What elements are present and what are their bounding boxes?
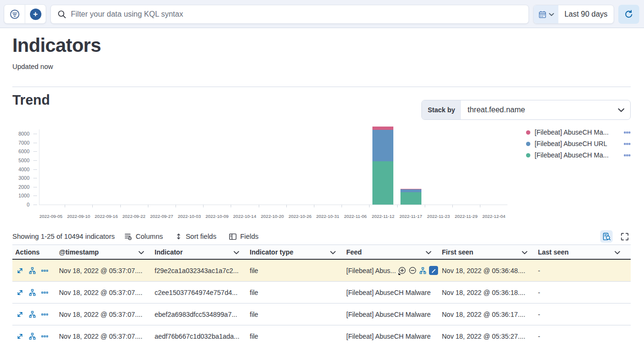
column-header-feed[interactable]: Feed <box>346 245 442 259</box>
page-title: Indicators <box>12 35 101 56</box>
y-axis-tick-label: 6000 <box>2 148 29 154</box>
date-range-button[interactable]: Last 90 days <box>558 5 614 23</box>
indicator-cell: aedf76b667c1d032ba1ada... <box>155 333 250 340</box>
x-axis-tick-label: 2022-09-10 <box>64 214 93 219</box>
search-icon <box>58 10 66 19</box>
more-actions-button[interactable] <box>41 333 49 340</box>
more-actions-button[interactable] <box>41 311 49 318</box>
y-axis-tick <box>33 178 37 178</box>
feed-cell: [Filebeat] Abus... <box>346 266 442 275</box>
expand-button[interactable] <box>16 311 24 318</box>
bar-segment[interactable] <box>372 127 393 130</box>
more-actions-button[interactable] <box>41 289 49 296</box>
saved-query-menu-button[interactable] <box>4 5 25 23</box>
column-header-label: Feed <box>346 248 362 256</box>
inspect-button[interactable] <box>600 230 613 243</box>
first-seen-cell: Nov 18, 2022 @ 05:36:48.... <box>442 267 538 274</box>
expand-button[interactable] <box>16 333 24 340</box>
expand-icon <box>16 333 24 340</box>
expand-button[interactable] <box>16 289 24 296</box>
y-axis-tick-label: 1000 <box>2 193 29 198</box>
calendar-icon <box>538 10 546 19</box>
legend-color-dot <box>526 153 530 157</box>
y-axis-tick <box>33 160 37 161</box>
refresh-button[interactable] <box>618 5 639 24</box>
column-header-label: Last seen <box>538 248 569 256</box>
bar-segment[interactable] <box>400 189 421 192</box>
x-axis-tick-label: 2022-10-31 <box>313 214 342 219</box>
chevron-down-icon <box>426 251 431 255</box>
x-axis-tick <box>148 205 148 207</box>
fullscreen-icon <box>621 233 629 241</box>
toolbar-button-fields[interactable]: Fields <box>229 233 259 241</box>
add-filter-button[interactable]: + <box>25 5 46 23</box>
feed-value: [Filebeat] AbuseCH Malware <box>346 311 430 318</box>
chevron-down-icon <box>330 251 336 255</box>
bar-segment[interactable] <box>372 161 393 205</box>
chevron-down-icon <box>618 100 630 119</box>
feed-value: [Filebeat] AbuseCH Malware <box>346 289 430 296</box>
column-header-label: @timestamp <box>59 248 99 256</box>
x-axis-tick-label: 2022-09-05 <box>36 214 66 219</box>
legend-item[interactable]: [Filebeat] AbuseCH URL <box>526 138 631 149</box>
indicator-cell: ebef2a6983dfcc534899a7... <box>155 311 250 318</box>
feed-cell: [Filebeat] AbuseCH Malware <box>346 311 442 318</box>
x-axis-tick <box>342 205 342 207</box>
more-actions-icon <box>41 289 49 296</box>
toolbar-right <box>600 230 631 243</box>
investigate-timeline-button[interactable] <box>29 289 36 296</box>
more-cell-actions-button[interactable] <box>429 266 438 275</box>
investigate-timeline-button[interactable] <box>29 267 36 274</box>
columns-icon <box>124 233 132 241</box>
x-axis-tick <box>452 205 453 207</box>
refresh-icon <box>624 10 633 19</box>
chevron-down-icon <box>234 251 239 255</box>
sort-fields-icon <box>175 233 182 240</box>
y-axis-tick-label: 3000 <box>2 175 29 181</box>
last-seen-cell: - <box>538 289 631 296</box>
stack-by-select[interactable]: threat.feed.name <box>461 100 618 119</box>
column-header-actions: Actions <box>12 245 59 259</box>
legend-item[interactable]: [Filebeat] AbuseCH Ma... <box>526 149 631 161</box>
x-axis-tick <box>231 205 231 207</box>
add-to-timeline-button[interactable] <box>419 267 427 274</box>
date-range-picker: Last 90 days <box>533 5 614 24</box>
timestamp-cell: Nov 18, 2022 @ 05:37:07.... <box>59 311 155 318</box>
column-header-indicator[interactable]: Indicator <box>155 245 250 259</box>
x-axis-tick-label: 2022-11-29 <box>451 214 481 219</box>
investigate-timeline-button[interactable] <box>29 311 36 318</box>
more-actions-icon <box>41 267 49 274</box>
bar-segment[interactable] <box>400 192 421 205</box>
bar-segment[interactable] <box>400 189 421 189</box>
filter-out-button[interactable] <box>409 266 417 274</box>
last-seen-cell: - <box>538 311 631 318</box>
column-header-indicatortype[interactable]: Indicator type <box>250 245 346 259</box>
column-header-firstseen[interactable]: First seen <box>442 245 538 259</box>
kql-search-input[interactable] <box>71 10 522 19</box>
top-query-bar: + Last 90 days <box>0 0 644 28</box>
first-seen-cell: Nov 18, 2022 @ 05:35:27.... <box>442 333 538 340</box>
y-axis-tick-label: 4000 <box>2 167 29 172</box>
column-header-lastseen[interactable]: Last seen <box>538 245 631 259</box>
toolbar-button-columns[interactable]: Columns <box>124 233 163 241</box>
x-axis-tick-label: 2022-11-23 <box>424 214 453 219</box>
updated-status: Updated now <box>12 63 53 70</box>
legend-label: [Filebeat] AbuseCH URL <box>535 140 607 147</box>
divider <box>12 87 631 87</box>
last-seen-cell: - <box>538 333 631 340</box>
expand-button[interactable] <box>16 267 24 274</box>
column-header-timestamp[interactable]: @timestamp <box>59 245 155 259</box>
date-quick-select-button[interactable] <box>534 5 558 23</box>
last-seen-cell: - <box>538 267 631 274</box>
chevron-down-icon <box>615 251 620 255</box>
investigate-timeline-button[interactable] <box>29 333 36 340</box>
feed-cell: [Filebeat] AbuseCH Malware <box>346 289 442 296</box>
indicator-type-cell: file <box>250 311 346 318</box>
bar-segment[interactable] <box>372 130 393 161</box>
expand-icon <box>16 267 24 274</box>
x-axis-tick <box>314 205 314 207</box>
fullscreen-button[interactable] <box>618 230 631 243</box>
more-actions-button[interactable] <box>41 267 49 274</box>
toolbar-button-sort-fields[interactable]: Sort fields <box>175 233 216 241</box>
legend-item[interactable]: [Filebeat] AbuseCH Ma... <box>526 127 631 138</box>
